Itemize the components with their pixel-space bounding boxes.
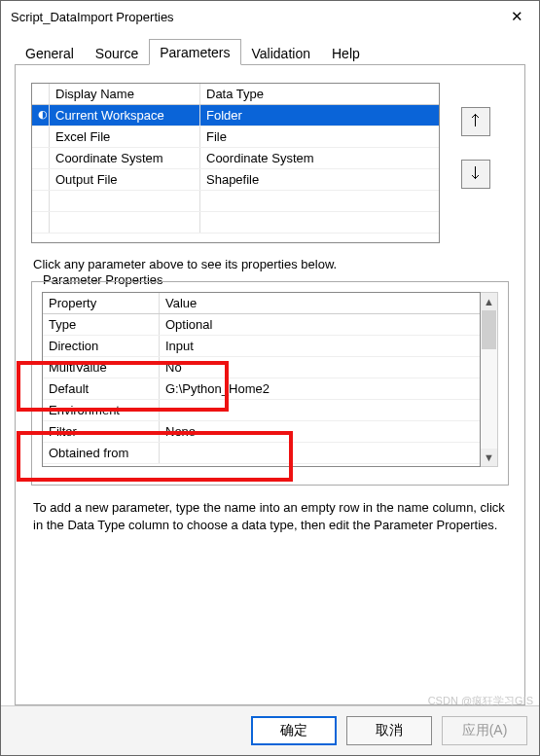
prop-value[interactable]: Optional [160,314,480,335]
prop-value[interactable]: No [160,357,480,378]
window-title: Script_DataImport Properties [11,10,174,24]
table-row[interactable]: Output File Shapefile [32,169,439,191]
table-row[interactable]: Filter None [43,421,480,443]
table-row[interactable]: Direction Input [43,336,480,357]
prop-value[interactable]: G:\Python_Home2 [160,378,480,399]
table-row[interactable] [32,191,439,212]
cell-datatype[interactable]: Shapefile [200,169,439,190]
arrow-down-icon: 🡓 [468,165,484,183]
dialog-footer: 确定 取消 应用(A) [1,705,539,755]
table-row[interactable]: Type Optional [43,314,480,336]
table-row[interactable] [32,212,439,234]
cell-datatype[interactable]: File [200,126,439,147]
content-area: General Source Parameters Validation Hel… [1,30,539,705]
selection-hint: Click any parameter above to see its pro… [33,257,509,271]
cell-display[interactable]: Output File [50,169,200,190]
close-icon[interactable]: ✕ [505,8,529,25]
props-header: Property Value [43,293,480,314]
table-row[interactable]: Excel File File [32,126,439,148]
scrollbar-thumb[interactable] [482,310,496,349]
prop-value[interactable] [160,443,480,463]
cell-display[interactable]: Coordinate System [50,148,200,168]
cell-display[interactable]: Excel File [50,126,200,147]
tab-help[interactable]: Help [321,40,371,65]
titlebar: Script_DataImport Properties ✕ [1,1,539,30]
cell-display[interactable]: Current Workspace [50,105,200,126]
col-property[interactable]: Property [43,293,160,313]
parameters-table[interactable]: Display Name Data Type ◐ Current Workspa… [31,83,440,243]
tab-panel: Display Name Data Type ◐ Current Workspa… [15,65,525,705]
prop-value[interactable]: None [160,421,480,442]
apply-button[interactable]: 应用(A) [442,716,527,745]
table-row[interactable]: Default G:\Python_Home2 [43,378,480,400]
scroll-up-icon[interactable]: ▲ [481,293,497,310]
prop-name: Type [43,314,160,335]
col-data-type[interactable]: Data Type [200,84,439,104]
prop-name: Obtained from [43,443,160,463]
scroll-down-icon[interactable]: ▼ [481,449,497,466]
tab-source[interactable]: Source [85,40,149,65]
arrow-up-icon: 🡑 [468,113,484,130]
tab-parameters[interactable]: Parameters [149,39,240,65]
prop-name: MultiValue [43,357,160,378]
prop-name: Filter [43,421,160,442]
col-display-name[interactable]: Display Name [50,84,200,104]
cell-datatype[interactable]: Folder [200,105,439,126]
cancel-button[interactable]: 取消 [346,716,432,745]
col-value[interactable]: Value [160,293,480,313]
row-marker-icon: ◐ [32,105,50,126]
parameter-properties-fieldset: Parameter Properties Property Value Type… [31,281,509,486]
move-up-button[interactable]: 🡑 [461,107,490,136]
table-row[interactable]: ◐ Current Workspace Folder [32,105,439,126]
properties-table[interactable]: Property Value Type Optional Direction I… [42,292,481,467]
table-row[interactable]: Environment [43,400,480,421]
prop-name: Direction [43,336,160,356]
tab-general[interactable]: General [15,40,85,65]
cell-datatype[interactable]: Coordinate System [200,148,439,168]
table-row[interactable]: MultiValue No [43,357,480,378]
table-row[interactable]: Coordinate System Coordinate System [32,148,439,169]
move-down-button[interactable]: 🡓 [461,160,490,189]
prop-value[interactable] [160,400,480,420]
prop-value[interactable]: Input [160,336,480,356]
table-row[interactable]: Obtained from [43,443,480,464]
prop-name: Environment [43,400,160,420]
add-parameter-hint: To add a new parameter, type the name in… [33,499,507,533]
tab-validation[interactable]: Validation [241,40,321,65]
params-header: Display Name Data Type [32,84,439,105]
tab-row: General Source Parameters Validation Hel… [15,38,525,65]
properties-scrollbar[interactable]: ▲ ▼ [481,292,498,467]
ok-button[interactable]: 确定 [251,716,337,745]
prop-name: Default [43,378,160,399]
